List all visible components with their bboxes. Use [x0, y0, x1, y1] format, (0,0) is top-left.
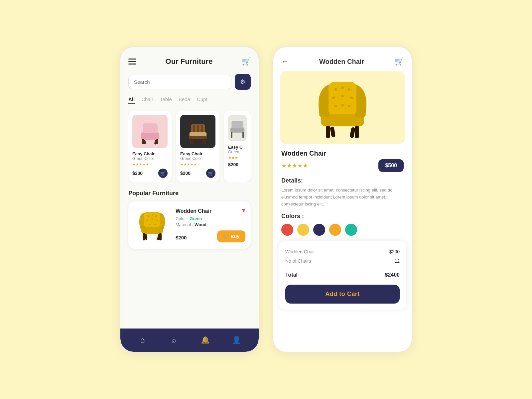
order-item-price: $200 — [389, 249, 400, 254]
svg-point-21 — [148, 215, 149, 217]
yellow-chair-left-svg — [135, 208, 170, 243]
cart-icon-btn[interactable]: 🛒 — [242, 57, 251, 66]
tab-table[interactable]: Table — [160, 96, 172, 104]
tab-all[interactable]: All — [128, 96, 135, 104]
svg-rect-31 — [159, 226, 164, 229]
svg-point-27 — [149, 223, 150, 225]
svg-rect-50 — [355, 126, 359, 138]
filter-btn[interactable]: ⚙ — [235, 74, 251, 90]
hamburger-icon[interactable] — [128, 59, 136, 65]
product-img-2 — [180, 115, 215, 148]
popular-info: Wodden Chair Color : Green Material : Wo… — [176, 208, 245, 242]
product-color-2: Green Color — [180, 156, 215, 161]
order-row-item: Wodden Chair $200 — [285, 247, 400, 256]
tab-chair[interactable]: Chair — [141, 96, 153, 104]
add-cart-btn-2[interactable]: 🛒 — [206, 169, 215, 178]
chairs-count: 12 — [394, 258, 400, 264]
pink-chair-svg — [136, 117, 164, 146]
product-name-1: Easy Chair — [132, 151, 168, 156]
details-section: Details: Lorem ipsum dolor sit amet, con… — [273, 177, 412, 207]
nav-search-icon[interactable]: ⌕ — [167, 333, 181, 347]
product-img-3 — [228, 115, 247, 141]
order-row-chairs: No of Chairs 12 — [285, 256, 400, 266]
chairs-label: No of Chairs — [285, 258, 311, 264]
svg-rect-11 — [190, 132, 206, 136]
svg-rect-34 — [145, 234, 147, 240]
colors-section: Colors : — [273, 213, 412, 236]
product-name-2: Easy Chair — [180, 151, 215, 156]
product-stars-3: ★★★ — [228, 156, 247, 160]
add-to-cart-btn[interactable]: Add to Cart — [285, 285, 400, 304]
color-navy[interactable] — [313, 224, 325, 236]
gray-chair-svg — [228, 116, 247, 141]
svg-point-40 — [332, 96, 335, 99]
svg-rect-33 — [159, 233, 162, 240]
svg-rect-49 — [326, 126, 330, 138]
svg-rect-0 — [141, 132, 159, 140]
buy-btn[interactable]: 🛒 Buy — [217, 230, 245, 242]
furniture-title: Our Furniture — [166, 57, 213, 66]
popular-chair-img — [134, 207, 170, 243]
svg-rect-13 — [204, 138, 206, 144]
svg-rect-1 — [143, 123, 158, 133]
svg-rect-10 — [201, 125, 203, 133]
svg-point-45 — [348, 105, 350, 107]
popular-color-meta: Color : Green — [176, 216, 245, 221]
right-product-stars: ★★★★★ — [281, 162, 308, 169]
right-header: ← Wodden Chair 🛒 — [273, 47, 412, 71]
svg-rect-9 — [197, 125, 199, 133]
tab-cupt[interactable]: Cupt — [197, 96, 207, 104]
svg-rect-15 — [202, 139, 204, 144]
product-hero — [280, 71, 405, 144]
right-cart-icon-btn[interactable]: 🛒 — [395, 57, 404, 66]
svg-rect-18 — [231, 132, 232, 138]
tab-beda[interactable]: Beda — [179, 96, 190, 104]
svg-point-28 — [154, 223, 156, 225]
product-name-3: Easy C — [228, 145, 247, 150]
back-btn[interactable]: ← — [281, 57, 289, 66]
price-row-3: $200 — [228, 162, 247, 167]
filter-icon: ⚙ — [240, 78, 245, 85]
search-row: ⚙ — [128, 74, 251, 90]
svg-rect-19 — [242, 132, 244, 138]
product-price-2: $200 — [180, 171, 191, 176]
product-img-1 — [132, 115, 168, 148]
svg-point-44 — [341, 104, 344, 106]
svg-point-22 — [151, 214, 153, 216]
color-orange[interactable] — [329, 224, 341, 236]
bottom-nav: ⌂ ⌕ 🔔 👤 — [120, 329, 259, 352]
svg-rect-52 — [349, 127, 355, 138]
cart-buy-icon: 🛒 — [223, 234, 229, 239]
product-grid: Easy Chair Green Color ★★★★★ $200 🛒 — [128, 111, 251, 182]
svg-rect-30 — [140, 226, 145, 229]
product-stars-1: ★★★★★ — [132, 162, 168, 167]
add-cart-btn-1[interactable]: 🛒 — [158, 169, 168, 178]
svg-point-26 — [156, 219, 158, 221]
color-yellow[interactable] — [297, 224, 309, 236]
svg-point-42 — [350, 96, 353, 99]
svg-rect-47 — [319, 112, 330, 117]
nav-home-icon[interactable]: ⌂ — [136, 333, 149, 347]
color-red[interactable] — [281, 224, 293, 236]
right-stars-price: ★★★★★ $500 — [281, 159, 404, 172]
popular-card[interactable]: Wodden Chair Color : Green Material : Wo… — [128, 201, 251, 249]
search-input[interactable] — [128, 75, 231, 89]
nav-user-icon[interactable]: 👤 — [230, 333, 243, 347]
right-product-name: Wodden Chair — [281, 150, 404, 157]
product-card-1[interactable]: Easy Chair Green Color ★★★★★ $200 🛒 — [128, 111, 172, 182]
nav-bell-icon[interactable]: 🔔 — [199, 333, 212, 347]
svg-point-25 — [151, 218, 153, 220]
popular-section-title: Popular Furniture — [128, 190, 251, 197]
svg-point-39 — [348, 88, 350, 91]
svg-rect-12 — [190, 138, 192, 144]
heart-btn[interactable]: ♥ — [242, 207, 245, 214]
product-card-3[interactable]: Easy C Green ★★★ $200 — [224, 111, 251, 182]
category-tabs: All Chair Table Beda Cupt — [128, 96, 251, 104]
product-card-2[interactable]: Easy Chair Green Color ★★★★★ $200 🛒 — [176, 111, 219, 182]
right-phone-title: Wodden Chair — [319, 58, 364, 66]
product-price-badge: $500 — [378, 159, 404, 172]
product-price-3: $200 — [228, 162, 238, 167]
color-teal[interactable] — [345, 224, 357, 236]
price-row-1: $200 🛒 — [132, 169, 168, 178]
popular-item-name: Wodden Chair — [176, 208, 245, 214]
